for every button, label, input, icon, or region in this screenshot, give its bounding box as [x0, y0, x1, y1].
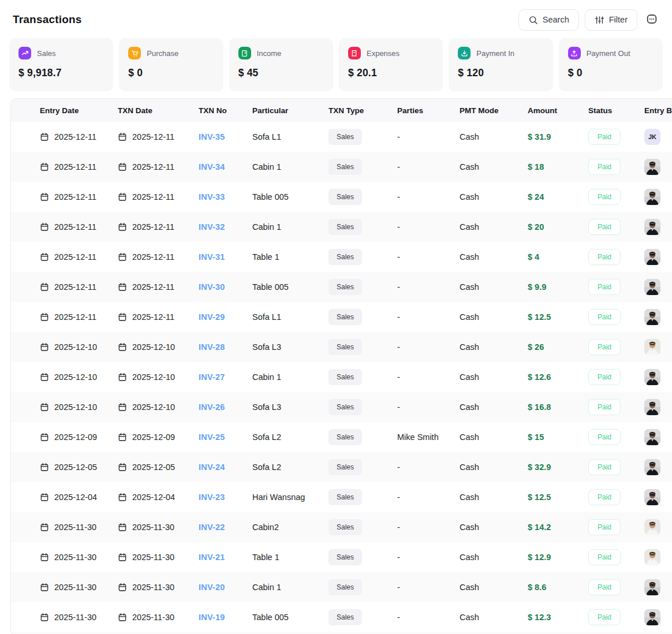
txn-date-cell: 2025-12-11 [118, 162, 199, 171]
txn-date-cell: 2025-12-10 [118, 402, 199, 412]
particular-text: Sofa L2 [252, 463, 281, 472]
table-row: 2025-12-11 2025-12-11 INV-34 Cabin 1 Sal… [11, 152, 672, 182]
particular-text: Table 1 [252, 252, 279, 262]
person-photo-light [644, 549, 660, 565]
txn-no-link[interactable]: INV-22 [199, 523, 225, 532]
txn-date-cell: 2025-12-11 [118, 222, 199, 232]
entry-date-cell: 2025-11-30 [40, 523, 118, 532]
calendar-icon [40, 553, 49, 562]
amount-text: $ 18 [528, 162, 544, 171]
search-button[interactable]: Search [518, 9, 579, 31]
txn-date-cell: 2025-12-10 [118, 372, 199, 382]
calendar-icon [118, 613, 127, 622]
parties-text: - [397, 402, 400, 412]
txn-no-link[interactable]: INV-32 [199, 222, 225, 232]
txn-no-link[interactable]: INV-19 [199, 613, 225, 622]
receipt-icon [348, 47, 361, 59]
card-value: $ 45 [238, 67, 324, 79]
download-icon [458, 47, 471, 59]
txn-no-link[interactable]: INV-34 [199, 162, 225, 171]
entry-by-avatar: JK [644, 129, 660, 145]
pmt-mode-text: Cash [460, 402, 479, 412]
entry-date-cell: 2025-11-30 [40, 613, 118, 622]
page-title: Transactions [13, 13, 82, 26]
txn-no-link[interactable]: INV-33 [199, 192, 225, 202]
table-row: 2025-11-30 2025-11-30 INV-20 Cabin 1 Sal… [11, 572, 672, 602]
txn-no-link[interactable]: INV-29 [199, 312, 225, 322]
entry-by-avatar [644, 339, 660, 355]
particular-text: Table 005 [252, 613, 289, 622]
txn-date-cell: 2025-11-30 [118, 553, 199, 562]
txn-type-badge: Sales [328, 249, 362, 265]
entry-date-cell: 2025-12-11 [40, 252, 118, 262]
card-expenses: Expenses $ 20.1 [339, 38, 443, 91]
txn-type-badge: Sales [328, 459, 362, 475]
entry-by-avatar [644, 579, 660, 595]
table-row: 2025-12-11 2025-12-11 INV-31 Table 1 Sal… [11, 242, 672, 272]
entry-by-avatar [644, 429, 660, 445]
particular-text: Sofa L3 [252, 402, 281, 412]
table-row: 2025-11-30 2025-11-30 INV-22 Cabin2 Sale… [11, 512, 672, 542]
parties-text: - [397, 222, 400, 232]
txn-no-link[interactable]: INV-21 [199, 553, 225, 562]
status-badge: Paid [588, 279, 621, 295]
trend-up-icon [18, 47, 31, 59]
entry-by-avatar [644, 219, 660, 235]
col-amount: Amount [528, 99, 588, 122]
calendar-icon [40, 613, 49, 622]
txn-type-badge: Sales [328, 579, 362, 595]
person-photo-dark [644, 309, 660, 325]
person-photo-light [644, 339, 660, 355]
txn-no-link[interactable]: INV-26 [199, 402, 225, 412]
calendar-icon [118, 192, 127, 202]
more-options-button[interactable] [643, 10, 660, 29]
parties-text: - [397, 463, 400, 472]
parties-text: - [397, 192, 400, 202]
person-photo-dark [644, 429, 660, 445]
txn-type-badge: Sales [328, 519, 362, 535]
entry-by-avatar [644, 249, 660, 265]
txn-no-link[interactable]: INV-24 [199, 463, 225, 472]
table-row: 2025-12-11 2025-12-11 INV-29 Sofa L1 Sal… [11, 302, 672, 332]
txn-no-link[interactable]: INV-23 [199, 493, 225, 502]
particular-text: Cabin 1 [252, 162, 281, 171]
txn-type-badge: Sales [328, 279, 362, 295]
txn-no-link[interactable]: INV-20 [199, 583, 225, 592]
status-badge: Paid [588, 609, 621, 625]
pmt-mode-text: Cash [460, 523, 479, 532]
status-badge: Paid [588, 309, 621, 325]
entry-date-cell: 2025-12-04 [40, 493, 118, 502]
txn-date-cell: 2025-12-11 [118, 312, 199, 322]
amount-text: $ 8.6 [528, 583, 546, 592]
person-photo-dark [644, 249, 660, 265]
col-particular: Particular [252, 99, 328, 122]
status-badge: Paid [588, 519, 621, 535]
calendar-icon [40, 523, 49, 532]
table-row: 2025-12-11 2025-12-11 INV-33 Table 005 S… [11, 182, 672, 212]
upload-icon [568, 47, 581, 59]
txn-no-link[interactable]: INV-31 [199, 252, 225, 262]
txn-date-cell: 2025-12-09 [118, 432, 199, 442]
txn-no-link[interactable]: INV-30 [199, 282, 225, 292]
entry-by-avatar [644, 279, 660, 295]
txn-no-link[interactable]: INV-35 [199, 132, 225, 141]
txn-date-cell: 2025-11-30 [118, 523, 199, 532]
table-row: 2025-12-10 2025-12-10 INV-28 Sofa L3 Sal… [11, 332, 672, 362]
txn-type-badge: Sales [328, 219, 362, 235]
txn-no-link[interactable]: INV-27 [199, 372, 225, 382]
particular-text: Sofa L1 [252, 312, 281, 322]
txn-no-link[interactable]: INV-25 [199, 432, 225, 442]
amount-text: $ 31.9 [528, 132, 551, 141]
txn-no-link[interactable]: INV-28 [199, 342, 225, 352]
amount-text: $ 26 [528, 342, 544, 352]
calendar-icon [118, 132, 127, 141]
col-txn-type: TXN Type [328, 99, 397, 122]
pmt-mode-text: Cash [460, 312, 479, 322]
filter-button[interactable]: Filter [585, 9, 637, 31]
pmt-mode-text: Cash [460, 222, 479, 232]
pmt-mode-text: Cash [460, 162, 479, 171]
col-txn-no: TXN No [199, 99, 252, 122]
entry-date-cell: 2025-12-11 [40, 312, 118, 322]
particular-text: Sofa L2 [252, 432, 281, 442]
pmt-mode-text: Cash [460, 613, 479, 622]
